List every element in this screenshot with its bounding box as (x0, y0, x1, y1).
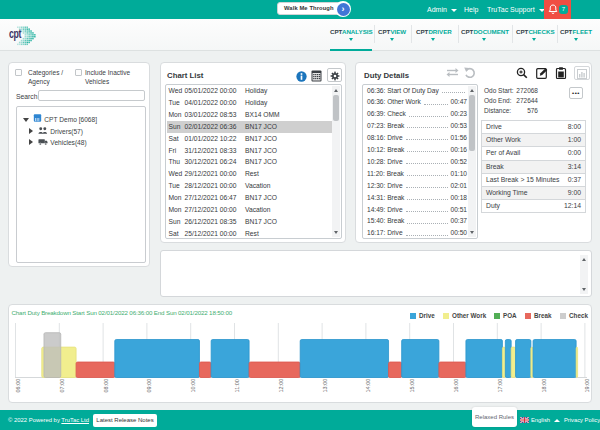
svg-text:10:00: 10:00 (190, 379, 196, 393)
svg-text:08:00: 08:00 (103, 379, 109, 393)
svg-text:13:00: 13:00 (322, 379, 328, 393)
svg-text:17:00: 17:00 (497, 379, 503, 393)
svg-text:16:00: 16:00 (453, 379, 459, 393)
svg-text:12:00: 12:00 (278, 379, 284, 393)
svg-text:06:00: 06:00 (15, 379, 21, 393)
svg-text:15:00: 15:00 (409, 379, 415, 393)
svg-text:11:00: 11:00 (234, 379, 240, 392)
svg-text:09:00: 09:00 (146, 379, 152, 393)
svg-text:19:00: 19:00 (584, 379, 590, 393)
svg-text:18:00: 18:00 (541, 379, 547, 393)
svg-text:14:00: 14:00 (365, 379, 371, 393)
svg-text:07:00: 07:00 (59, 379, 65, 393)
